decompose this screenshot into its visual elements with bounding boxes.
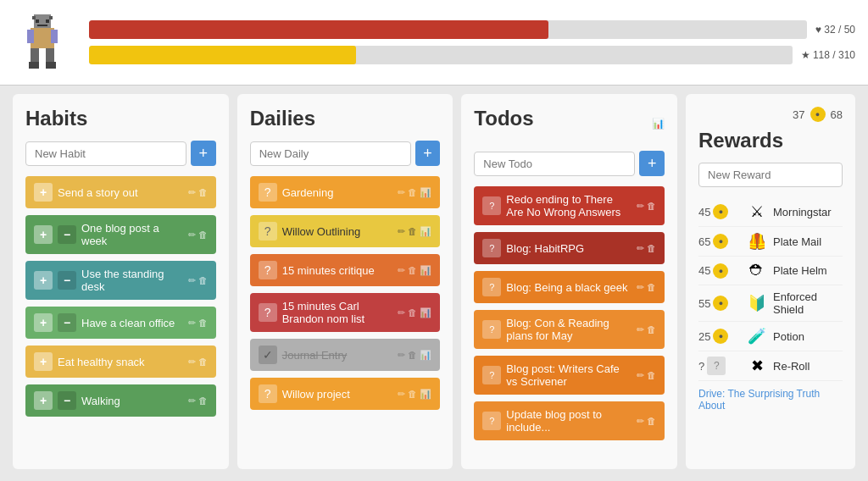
new-habit-input[interactable]: [25, 141, 186, 166]
reward-icon: ⚔: [748, 202, 766, 221]
list-item: ? 15 minutes critique ✏ 🗑 📊: [250, 254, 441, 286]
reward-price: ?: [698, 360, 704, 373]
rewards-link[interactable]: Drive: The Surprising Truth About: [698, 388, 843, 412]
list-item: ? Blog: Con & Reading plans for May ✏ 🗑: [474, 310, 665, 349]
top-bar: ♥ 32 / 50 ★ 118 / 310: [0, 0, 868, 86]
list-item: + − One blog post a week ✏ 🗑: [25, 215, 216, 254]
habits-column: Habits + + Send a story out ✏ 🗑 + − One …: [13, 94, 229, 469]
new-daily-input[interactable]: [250, 141, 411, 166]
reward-unknown-icon: ?: [707, 357, 726, 375]
daily-checkbox[interactable]: ?: [259, 261, 277, 279]
daily-checkbox[interactable]: ?: [259, 183, 277, 202]
daily-checkbox[interactable]: ?: [259, 384, 277, 403]
hp-bar-track: [89, 20, 807, 39]
habit-plus-button[interactable]: +: [34, 225, 53, 244]
habit-icons: ✏ 🗑: [188, 318, 208, 329]
coin-icon: ●: [810, 107, 826, 122]
habit-minus-button[interactable]: −: [58, 225, 76, 244]
list-item: + − Walking ✏ 🗑: [25, 384, 216, 417]
daily-icons: ✏ 🗑 📊: [398, 226, 431, 237]
new-reward-input[interactable]: [698, 163, 843, 187]
habit-minus-button[interactable]: −: [58, 313, 76, 332]
habit-icons: ✏ 🗑: [188, 187, 208, 198]
habit-label: Send a story out: [58, 186, 183, 199]
list-item: ? Update blog post to include... ✏ 🗑: [474, 401, 665, 440]
add-daily-button[interactable]: +: [415, 141, 441, 166]
hp-bar-fill: [89, 20, 548, 39]
todo-checkbox[interactable]: ?: [482, 278, 501, 296]
todo-icons: ✏ 🗑: [637, 282, 656, 293]
daily-label: Willow Outlining: [282, 225, 393, 238]
reward-price: 55: [698, 297, 710, 310]
todo-icons: ✏ 🗑: [637, 324, 656, 335]
reward-label: Enforced Shield: [773, 290, 843, 316]
reward-cost: 25 ●: [698, 329, 741, 344]
habit-plus-button[interactable]: +: [34, 271, 53, 290]
habit-label: Eat healthy snack: [58, 356, 183, 368]
list-item: ✓ Journal Entry ✏ 🗑 📊: [250, 339, 441, 371]
svg-rect-2: [49, 16, 53, 19]
habit-plus-button[interactable]: +: [34, 352, 53, 371]
list-item: + Send a story out ✏ 🗑: [25, 176, 216, 208]
coin-icon: ●: [713, 329, 728, 344]
habit-plus-button[interactable]: +: [34, 313, 53, 332]
other-count: 68: [831, 108, 843, 121]
reward-icon: 🧪: [748, 327, 766, 346]
reward-label: Plate Mail: [773, 235, 821, 248]
svg-rect-4: [27, 30, 34, 43]
daily-label: 15 minutes Carl Brandon nom list: [282, 300, 393, 325]
reward-label: Potion: [773, 330, 804, 343]
daily-label: Gardening: [282, 186, 393, 199]
todo-label: Blog post: Writers Cafe vs Scrivener: [506, 362, 632, 388]
habit-minus-button[interactable]: −: [58, 391, 76, 410]
todo-checkbox[interactable]: ?: [482, 196, 501, 215]
habit-icons: ✏ 🗑: [188, 229, 208, 240]
todo-checkbox[interactable]: ?: [482, 366, 501, 384]
reward-price: 45: [698, 206, 710, 218]
gold-count: 37: [793, 108, 804, 121]
reward-cost: 45 ●: [698, 263, 741, 279]
rewards-title: Rewards: [698, 129, 843, 152]
list-item: ? Gardening ✏ 🗑 📊: [250, 176, 441, 208]
daily-checkbox[interactable]: ?: [259, 222, 277, 240]
daily-checkbox[interactable]: ?: [259, 303, 277, 322]
todo-label: Redo ending to There Are No Wrong Answer…: [506, 193, 632, 218]
todo-label: Update blog post to include...: [506, 408, 632, 434]
rewards-column: 37 ● 68 Rewards 45 ● ⚔ Morningstar 65 ● …: [686, 94, 855, 469]
habit-plus-button[interactable]: +: [34, 183, 53, 202]
daily-icons: ✏ 🗑 📊: [398, 389, 431, 400]
svg-rect-5: [51, 30, 58, 43]
todo-label: Blog: Being a black geek: [506, 281, 632, 294]
todos-header-row: Todos 📊: [474, 107, 665, 141]
list-item: ? Blog: HabitRPG ✏ 🗑: [474, 232, 665, 264]
xp-bar-track: [89, 46, 793, 64]
todos-column: Todos 📊 + ? Redo ending to There Are No …: [461, 94, 677, 469]
habit-icons: ✏ 🗑: [188, 275, 208, 286]
todos-title: Todos: [474, 107, 533, 130]
add-todo-button[interactable]: +: [639, 151, 665, 176]
habit-plus-button[interactable]: +: [34, 391, 53, 410]
daily-checkbox[interactable]: ✓: [259, 346, 277, 364]
todo-label: Blog: HabitRPG: [506, 242, 632, 255]
hp-label: ♥ 32 / 50: [815, 24, 855, 36]
habit-minus-button[interactable]: −: [58, 271, 76, 290]
list-item: 55 ● 🔰 Enforced Shield: [698, 285, 843, 322]
list-item: + Eat healthy snack ✏ 🗑: [25, 346, 216, 378]
habit-label: One blog post a week: [81, 222, 183, 247]
daily-icons: ✏ 🗑 📊: [398, 187, 431, 198]
habit-icons: ✏ 🗑: [188, 357, 208, 368]
reward-label: Re-Roll: [773, 360, 810, 373]
todo-checkbox[interactable]: ?: [482, 320, 501, 339]
todo-checkbox[interactable]: ?: [482, 412, 501, 430]
reward-price: 45: [698, 264, 710, 277]
list-item: ? Blog: Being a black geek ✏ 🗑: [474, 271, 665, 303]
daily-label: Journal Entry: [282, 349, 393, 362]
reward-cost: 45 ●: [698, 204, 741, 219]
main-content: Habits + + Send a story out ✏ 🗑 + − One …: [0, 86, 868, 478]
list-item: 45 ● ⚔ Morningstar: [698, 197, 843, 227]
add-habit-button[interactable]: +: [191, 141, 216, 166]
daily-icons: ✏ 🗑 📊: [398, 307, 431, 318]
todo-checkbox[interactable]: ?: [482, 239, 501, 257]
new-todo-input[interactable]: [474, 152, 635, 176]
list-item: 45 ● ⛑ Plate Helm: [698, 257, 843, 285]
